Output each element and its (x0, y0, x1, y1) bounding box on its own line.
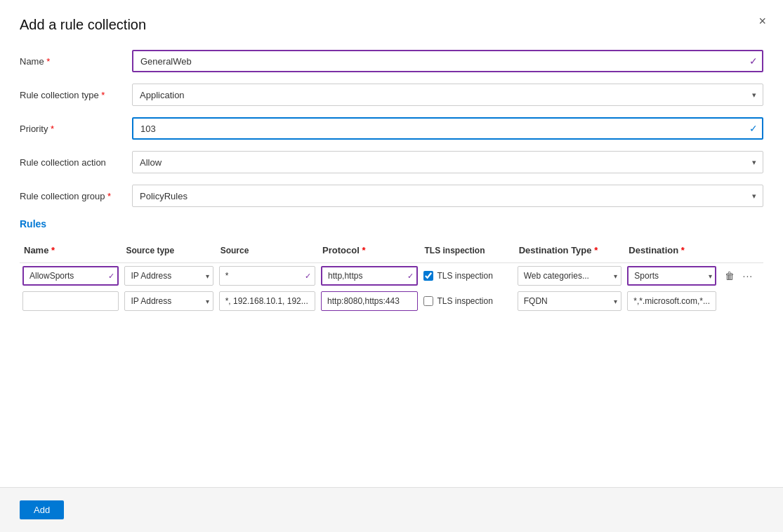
row1-protocol-cell: http,https http https ✓ (318, 263, 420, 289)
rule-collection-action-select[interactable]: Allow Deny (132, 151, 763, 173)
rule-collection-type-label: Rule collection type * (20, 90, 132, 100)
col-header-tls: TLS inspection (421, 241, 515, 263)
row2-dest-input[interactable] (627, 291, 716, 311)
row1-delete-button[interactable]: 🗑 (722, 269, 737, 283)
priority-input[interactable] (132, 117, 763, 140)
row2-dest-type-select[interactable]: Web categories... FQDN URL (518, 291, 622, 311)
row1-source-type-select[interactable]: IP Address IP Group (124, 266, 213, 286)
row1-actions-cell: 🗑 ··· (719, 263, 763, 289)
row1-protocol-wrapper: http,https http https ✓ (321, 266, 417, 286)
name-field-wrapper: ✓ (132, 50, 763, 72)
row2-source-type-wrapper: IP Address IP Group ▾ (124, 291, 213, 311)
row1-source-input[interactable] (219, 266, 315, 286)
row1-tls-cell: TLS inspection (421, 263, 515, 289)
priority-row: Priority * ✓ (20, 117, 763, 140)
row2-tls-checkbox[interactable] (423, 296, 433, 306)
row2-tls-cell: TLS inspection (421, 288, 515, 314)
priority-check-icon: ✓ (749, 123, 758, 134)
col-header-dest-type: Destination Type * (515, 241, 625, 263)
row1-more-button[interactable]: ··· (740, 269, 756, 283)
row1-source-cell: ✓ (216, 263, 318, 289)
col-header-protocol: Protocol * (318, 241, 420, 263)
row1-name-cell: ✓ (20, 263, 121, 289)
row2-tls-wrapper: TLS inspection (423, 296, 512, 306)
rule-collection-group-row: Rule collection group * PolicyRules ▾ (20, 185, 763, 207)
col-header-dest: Destination * (624, 241, 718, 263)
row1-dest-select[interactable]: Sports (627, 266, 716, 286)
row1-dest-wrapper: Sports ▾ (627, 266, 716, 286)
row2-protocol-input[interactable] (321, 291, 417, 311)
row1-actions: 🗑 ··· (722, 269, 761, 283)
table-row: IP Address IP Group ▾ TLS inspection (20, 288, 763, 314)
name-label: Name * (20, 56, 132, 67)
col-header-source: Source (216, 241, 318, 263)
row2-dest-cell (624, 288, 718, 314)
rule-collection-group-select[interactable]: PolicyRules (132, 185, 763, 207)
row1-source-wrapper: ✓ (219, 266, 315, 286)
rule-collection-type-row: Rule collection type * Application Netwo… (20, 84, 763, 106)
rule-collection-action-wrapper: Allow Deny ▾ (132, 151, 763, 173)
row1-dest-type-select[interactable]: Web categories... FQDN URL (518, 266, 622, 286)
rule-collection-group-label: Rule collection group * (20, 191, 132, 201)
row2-dest-type-cell: Web categories... FQDN URL ▾ (515, 288, 625, 314)
rules-table-header: Name * Source type Source Protocol * TLS… (20, 241, 763, 263)
close-button[interactable]: × (758, 14, 766, 29)
row1-name-wrapper: ✓ (22, 266, 119, 286)
col-header-source-type: Source type (121, 241, 216, 263)
rule-collection-action-label: Rule collection action (20, 157, 132, 168)
row2-source-cell (216, 288, 318, 314)
name-check-icon: ✓ (749, 55, 758, 67)
row1-tls-checkbox[interactable] (423, 271, 433, 281)
rules-section-label: Rules (20, 218, 763, 230)
row1-dest-type-cell: Web categories... FQDN URL ▾ (515, 263, 625, 289)
dialog-title: Add a rule collection (20, 17, 763, 33)
rule-collection-group-wrapper: PolicyRules ▾ (132, 185, 763, 207)
name-row: Name * ✓ (20, 50, 763, 72)
row2-name-input[interactable] (22, 291, 119, 311)
row2-source-input[interactable] (219, 291, 315, 311)
rule-collection-action-row: Rule collection action Allow Deny ▾ (20, 151, 763, 173)
row1-source-type-wrapper: IP Address IP Group ▾ (124, 266, 213, 286)
row2-dest-type-wrapper: Web categories... FQDN URL ▾ (518, 291, 622, 311)
row1-tls-wrapper: TLS inspection (423, 271, 512, 281)
row2-protocol-cell (318, 288, 420, 314)
priority-field-wrapper: ✓ (132, 117, 763, 140)
row2-source-type-cell: IP Address IP Group ▾ (121, 288, 216, 314)
name-input[interactable] (132, 50, 763, 72)
row1-name-input[interactable] (22, 266, 119, 286)
row1-protocol-select[interactable]: http,https http https (321, 266, 417, 286)
table-row: ✓ IP Address IP Group ▾ ✓ (20, 263, 763, 289)
row1-source-type-cell: IP Address IP Group ▾ (121, 263, 216, 289)
rule-collection-type-wrapper: Application Network DNAT ▾ (132, 84, 763, 106)
add-button[interactable]: Add (20, 500, 64, 519)
row1-dest-type-wrapper: Web categories... FQDN URL ▾ (518, 266, 622, 286)
priority-label: Priority * (20, 124, 132, 134)
rules-table: Name * Source type Source Protocol * TLS… (20, 241, 763, 314)
row2-tls-label: TLS inspection (437, 296, 493, 306)
row1-dest-cell: Sports ▾ (624, 263, 718, 289)
dialog-footer: Add (0, 487, 783, 532)
row2-source-type-select[interactable]: IP Address IP Group (124, 291, 213, 311)
row2-actions-cell (719, 288, 763, 314)
col-header-actions (719, 241, 763, 263)
row2-name-cell (20, 288, 121, 314)
add-rule-collection-dialog: Add a rule collection × Name * ✓ Rule co… (0, 0, 783, 532)
col-header-name: Name * (20, 241, 121, 263)
rule-collection-type-select[interactable]: Application Network DNAT (132, 84, 763, 106)
row1-tls-label: TLS inspection (437, 271, 493, 281)
